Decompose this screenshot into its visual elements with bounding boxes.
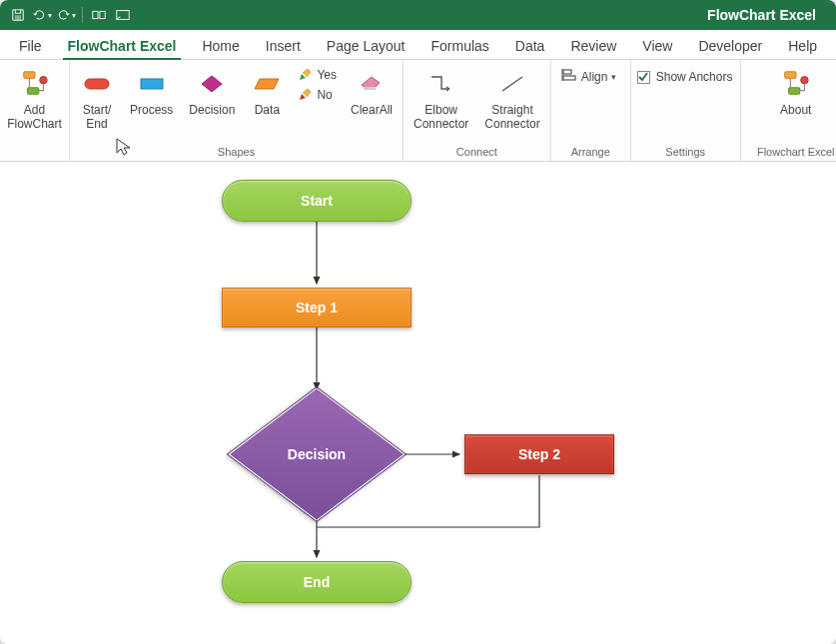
svg-rect-13 [364, 87, 376, 90]
pencil-green-icon [297, 67, 313, 83]
undo-icon [32, 8, 47, 22]
ribbon-group-connect: Elbow Connector Straight Connector Conne… [404, 60, 551, 161]
straight-connector-label: Straight Connector [484, 104, 539, 132]
svg-rect-15 [563, 76, 575, 80]
svg-marker-10 [202, 76, 222, 92]
flowchart-icon [19, 68, 51, 100]
shape-start-end-button[interactable]: Start/ End [76, 64, 118, 132]
shape-decision-button[interactable]: Decision [185, 64, 239, 118]
tab-data[interactable]: Data [502, 32, 558, 59]
yes-no-column: Yes No [295, 64, 339, 104]
node-start[interactable]: Start [222, 180, 412, 222]
data-icon [251, 68, 283, 100]
svg-rect-9 [141, 79, 163, 89]
shape-process-label: Process [130, 104, 173, 118]
show-anchors-checkbox[interactable]: Show Anchors [637, 64, 733, 84]
shape-data-label: Data [255, 104, 280, 118]
about-button[interactable]: About [771, 64, 821, 118]
qat-separator [82, 7, 83, 23]
straight-connector-icon [496, 68, 528, 100]
svg-marker-11 [255, 79, 279, 89]
connectors [0, 162, 836, 644]
align-icon [561, 68, 577, 85]
tab-insert[interactable]: Insert [253, 32, 314, 59]
ribbon-group-arrange: Align ▾ Arrange [551, 60, 631, 161]
ribbon-tabs: File FlowChart Excel Home Insert Page La… [0, 30, 836, 60]
tab-review[interactable]: Review [557, 32, 629, 59]
fullscreen-button[interactable] [113, 5, 133, 25]
tab-home[interactable]: Home [189, 32, 252, 59]
show-anchors-label: Show Anchors [656, 70, 733, 84]
group-label-arrange: Arrange [557, 144, 624, 161]
svg-rect-14 [563, 70, 571, 74]
straight-connector-button[interactable]: Straight Connector [480, 64, 543, 132]
tab-page-layout[interactable]: Page Layout [314, 32, 418, 59]
node-step1-label: Step 1 [296, 300, 338, 316]
add-flowchart-button[interactable]: Add FlowChart [6, 64, 63, 132]
title-bar: ▾ ▾ FlowChart Excel [0, 0, 836, 30]
svg-point-7 [39, 77, 47, 85]
save-icon [11, 8, 25, 22]
redo-button[interactable]: ▾ [56, 5, 76, 25]
eraser-icon [356, 68, 388, 100]
terminator-icon [81, 68, 113, 100]
process-icon [136, 68, 168, 100]
no-button[interactable]: No [295, 86, 339, 104]
shape-data-button[interactable]: Data [247, 64, 287, 118]
tab-formulas[interactable]: Formulas [418, 32, 501, 59]
fullscreen-icon [115, 8, 131, 22]
tab-developer[interactable]: Developer [685, 32, 775, 59]
node-end-label: End [304, 574, 330, 590]
redo-icon [56, 8, 71, 22]
flowchart-canvas[interactable]: Start Step 1 Decision Step 2 End [0, 162, 836, 644]
no-label: No [317, 88, 332, 102]
about-icon [780, 68, 812, 100]
node-end[interactable]: End [222, 561, 412, 603]
add-flowchart-label: Add FlowChart [7, 104, 62, 132]
touch-icon [91, 8, 107, 22]
node-start-label: Start [301, 193, 333, 209]
svg-point-19 [800, 77, 808, 85]
checkbox-icon [637, 71, 650, 84]
elbow-connector-button[interactable]: Elbow Connector [410, 64, 472, 132]
app-window: ▾ ▾ FlowChart Excel File FlowChart Excel… [0, 0, 836, 644]
node-step2[interactable]: Step 2 [464, 434, 614, 474]
touch-mode-button[interactable] [89, 5, 109, 25]
save-button[interactable] [8, 5, 28, 25]
shape-start-end-label: Start/ End [83, 104, 112, 132]
undo-button[interactable]: ▾ [32, 5, 52, 25]
group-label-shapes: Shapes [76, 144, 397, 161]
clear-all-label: ClearAll [351, 104, 393, 118]
tab-view[interactable]: View [629, 32, 685, 59]
svg-rect-6 [27, 88, 38, 95]
yes-button[interactable]: Yes [295, 66, 339, 84]
chevron-down-icon: ▾ [611, 72, 616, 82]
ribbon-group-about: About Flowchart Excel [741, 60, 836, 161]
svg-rect-8 [85, 79, 109, 89]
group-label-settings: Settings [637, 144, 734, 161]
node-decision-label: Decision [288, 446, 346, 462]
group-label-about: Flowchart Excel [747, 144, 836, 161]
svg-rect-18 [788, 88, 799, 95]
shape-process-button[interactable]: Process [126, 64, 177, 118]
svg-rect-5 [23, 72, 34, 79]
elbow-connector-icon [425, 68, 457, 100]
svg-rect-1 [15, 16, 20, 20]
svg-rect-2 [93, 11, 98, 18]
align-button[interactable]: Align ▾ [557, 64, 621, 85]
pencil-red-icon [297, 87, 313, 103]
node-step1[interactable]: Step 1 [222, 288, 412, 327]
ribbon-group-addflowchart: Add FlowChart [0, 60, 70, 161]
tab-help[interactable]: Help [775, 32, 830, 59]
group-label-blank [6, 144, 63, 161]
clear-all-button[interactable]: ClearAll [347, 64, 397, 118]
elbow-connector-label: Elbow Connector [414, 104, 468, 132]
app-title: FlowChart Excel [707, 7, 828, 23]
ribbon-group-shapes: Start/ End Process Decision [70, 60, 404, 161]
node-decision[interactable]: Decision [237, 389, 397, 519]
group-label-connect: Connect [410, 144, 544, 161]
tab-flowchart-excel[interactable]: FlowChart Excel [55, 32, 190, 59]
decision-icon [196, 68, 228, 100]
tab-file[interactable]: File [6, 32, 55, 59]
about-label: About [780, 104, 811, 118]
